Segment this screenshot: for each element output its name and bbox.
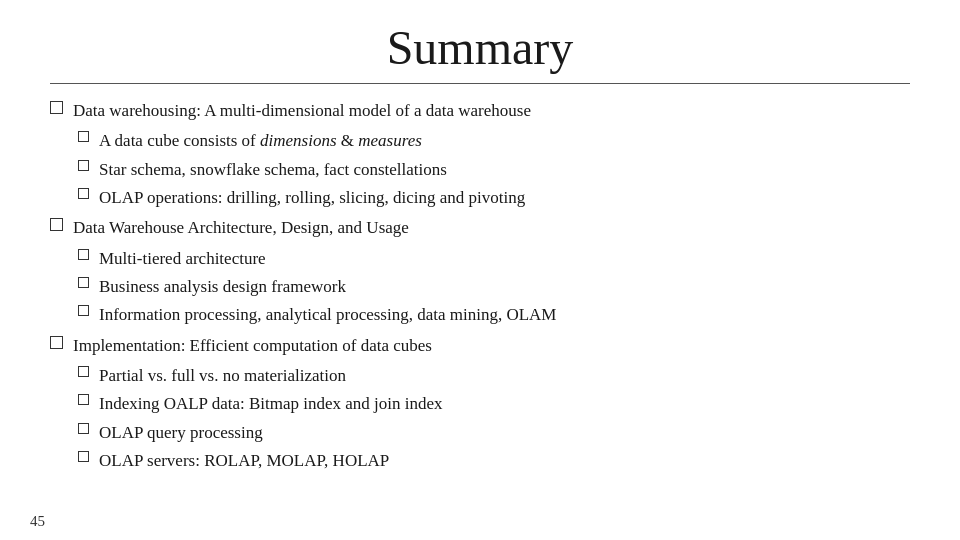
checkbox-section3 [50, 336, 63, 349]
checkbox-s1c1 [78, 131, 89, 142]
checkbox-s1c3 [78, 188, 89, 199]
s3c3-text: OLAP query processing [99, 420, 263, 446]
checkbox-s2c1 [78, 249, 89, 260]
s2c2-text: Business analysis design framework [99, 274, 346, 300]
checkbox-s3c1 [78, 366, 89, 377]
section1-children: A data cube consists of dimensions & mea… [78, 128, 910, 211]
checkbox-s2c3 [78, 305, 89, 316]
checkbox-s2c2 [78, 277, 89, 288]
slide-container: Summary Data warehousing: A multi-dimens… [0, 0, 960, 540]
content-area: Data warehousing: A multi-dimensional mo… [50, 98, 910, 474]
list-item: OLAP operations: drilling, rolling, slic… [78, 185, 910, 211]
s1c3-text: OLAP operations: drilling, rolling, slic… [99, 185, 525, 211]
slide-title: Summary [50, 20, 910, 75]
s3c4-text: OLAP servers: ROLAP, MOLAP, HOLAP [99, 448, 389, 474]
s2c1-text: Multi-tiered architecture [99, 246, 266, 272]
s1c1-text: A data cube consists of dimensions & mea… [99, 128, 422, 154]
list-item: Indexing OALP data: Bitmap index and joi… [78, 391, 910, 417]
section1-label: Data warehousing: A multi-dimensional mo… [73, 98, 531, 124]
section2-label: Data Warehouse Architecture, Design, and… [73, 215, 409, 241]
list-item: Star schema, snowflake schema, fact cons… [78, 157, 910, 183]
s3c1-text: Partial vs. full vs. no materialization [99, 363, 346, 389]
list-item: OLAP servers: ROLAP, MOLAP, HOLAP [78, 448, 910, 474]
section2-item: Data Warehouse Architecture, Design, and… [50, 215, 910, 241]
list-item: Partial vs. full vs. no materialization [78, 363, 910, 389]
section3-children: Partial vs. full vs. no materialization … [78, 363, 910, 474]
section2-children: Multi-tiered architecture Business analy… [78, 246, 910, 329]
s2c3-text: Information processing, analytical proce… [99, 302, 556, 328]
checkbox-s1c2 [78, 160, 89, 171]
checkbox-s3c4 [78, 451, 89, 462]
title-section: Summary [50, 20, 910, 75]
section1-item: Data warehousing: A multi-dimensional mo… [50, 98, 910, 124]
section3-label: Implementation: Efficient computation of… [73, 333, 432, 359]
list-item: Information processing, analytical proce… [78, 302, 910, 328]
divider [50, 83, 910, 84]
checkbox-s3c3 [78, 423, 89, 434]
s1c2-text: Star schema, snowflake schema, fact cons… [99, 157, 447, 183]
s3c2-text: Indexing OALP data: Bitmap index and joi… [99, 391, 443, 417]
checkbox-section1 [50, 101, 63, 114]
list-item: Multi-tiered architecture [78, 246, 910, 272]
list-item: Business analysis design framework [78, 274, 910, 300]
section3-item: Implementation: Efficient computation of… [50, 333, 910, 359]
list-item: A data cube consists of dimensions & mea… [78, 128, 910, 154]
checkbox-section2 [50, 218, 63, 231]
checkbox-s3c2 [78, 394, 89, 405]
list-item: OLAP query processing [78, 420, 910, 446]
page-number: 45 [30, 513, 45, 530]
